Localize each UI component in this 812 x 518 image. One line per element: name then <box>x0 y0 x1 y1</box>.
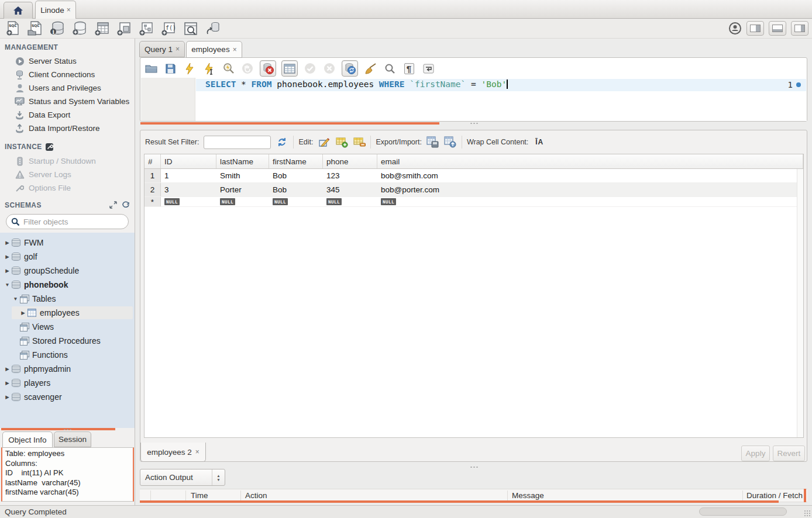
result-filter-input[interactable] <box>204 136 271 149</box>
open-script-icon[interactable] <box>144 61 158 75</box>
new-sql-tab-icon[interactable]: SQL <box>5 20 20 36</box>
create-table-icon[interactable] <box>94 20 109 36</box>
tree-item-players[interactable]: ▶players <box>0 376 135 390</box>
edit-record-icon[interactable] <box>318 136 331 149</box>
query-tab-employees[interactable]: employees × <box>186 41 242 58</box>
import-records-icon[interactable] <box>444 136 457 149</box>
output-selector[interactable]: Action Output ▲ ▼ <box>140 469 225 486</box>
sidebar-item-system-variables[interactable]: Status and System Variables <box>0 95 135 108</box>
close-icon[interactable]: × <box>233 46 237 54</box>
sidebar-splitter[interactable] <box>1 428 115 430</box>
toggle-limit-rows-button[interactable] <box>281 60 298 77</box>
splitter-grip[interactable] <box>63 429 72 431</box>
sidebar-item-client-connections[interactable]: Client Connections <box>0 68 135 81</box>
toggle-output-area-button[interactable] <box>769 21 786 36</box>
tree-item-phpmyadmin[interactable]: ▶phpmyadmin <box>0 362 135 376</box>
table-row[interactable]: 1 1 Smith Bob 123 bob@smith.com <box>144 169 803 183</box>
insert-row-icon[interactable] <box>335 136 348 149</box>
show-invisibles-icon[interactable]: ¶ <box>402 61 416 75</box>
null-badge[interactable]: NULL <box>381 198 396 205</box>
sidebar-item-data-import[interactable]: Data Import/Restore <box>0 122 135 135</box>
collapse-arrow-icon[interactable]: ▼ <box>4 282 11 288</box>
create-view-icon[interactable] <box>116 20 132 36</box>
apply-button[interactable]: Apply <box>741 446 770 461</box>
create-stored-procedure-icon[interactable] <box>138 20 154 36</box>
expand-arrow-icon[interactable]: ▶ <box>4 380 11 386</box>
execute-query-icon[interactable] <box>183 61 197 75</box>
create-schema-icon[interactable] <box>71 20 87 36</box>
save-script-icon[interactable] <box>163 61 177 75</box>
search-table-data-icon[interactable] <box>183 20 198 36</box>
connection-tab-linode[interactable]: Linode × <box>35 1 76 19</box>
vertical-scrollbar[interactable] <box>797 169 803 437</box>
tree-item-stored-procedures[interactable]: Stored Procedures <box>0 334 135 348</box>
col-rownum[interactable]: # <box>144 154 161 168</box>
resize-grip[interactable] <box>804 510 811 517</box>
home-tab[interactable] <box>4 2 33 19</box>
toggle-autocommit-button[interactable] <box>342 60 358 77</box>
wrap-cell-content-icon[interactable]: ĪA <box>533 136 546 149</box>
col-message[interactable]: Message <box>512 491 544 500</box>
splitter-grip[interactable] <box>470 122 479 125</box>
null-badge[interactable]: NULL <box>326 198 342 205</box>
create-function-icon[interactable]: f() <box>160 20 176 36</box>
sidebar-item-options-file[interactable]: Options File <box>0 181 135 195</box>
export-recordset-icon[interactable] <box>426 136 439 149</box>
null-badge[interactable]: NULL <box>273 198 288 205</box>
col-lastname[interactable]: lastName <box>216 154 269 168</box>
toggle-right-sidebar-button[interactable] <box>791 21 808 36</box>
tree-item-tables[interactable]: ▼Tables <box>0 292 135 306</box>
col-firstname[interactable]: firstName <box>269 154 323 168</box>
refresh-results-icon[interactable] <box>276 136 288 149</box>
tree-item-scavenger[interactable]: ▶scavenger <box>0 390 135 404</box>
revert-button[interactable]: Revert <box>773 446 805 461</box>
stepper-icon[interactable]: ▲ ▼ <box>212 469 225 485</box>
schema-inspector-icon[interactable]: i <box>49 20 65 36</box>
sidebar-item-server-status[interactable]: Server Status <box>0 54 135 68</box>
expand-arrow-icon[interactable]: ▶ <box>19 310 27 316</box>
toggle-left-sidebar-button[interactable] <box>746 21 764 36</box>
refresh-schemas-icon[interactable] <box>122 201 130 209</box>
sidebar-item-users-privileges[interactable]: Users and Privileges <box>0 81 135 95</box>
tree-item-phonebook[interactable]: ▼phonebook <box>0 278 135 292</box>
collapse-arrow-icon[interactable]: ▼ <box>12 296 19 302</box>
reconnect-dbms-icon[interactable] <box>205 20 221 36</box>
editor-result-splitter[interactable] <box>140 122 439 125</box>
find-icon[interactable] <box>383 61 397 75</box>
tree-item-employees[interactable]: ▶employees <box>0 306 135 320</box>
tab-session[interactable]: Session <box>54 431 91 447</box>
notifications-icon[interactable] <box>728 22 742 35</box>
execute-current-statement-icon[interactable] <box>202 61 216 75</box>
expand-panel-icon[interactable] <box>109 201 117 209</box>
sql-editor[interactable]: 1 SELECT * FROM phonebook.employees WHER… <box>141 78 807 121</box>
expand-arrow-icon[interactable]: ▶ <box>4 254 11 260</box>
tree-item-views[interactable]: Views <box>0 320 135 334</box>
delete-row-icon[interactable] <box>353 136 366 149</box>
col-email[interactable]: email <box>377 154 803 168</box>
explain-plan-icon[interactable] <box>221 61 235 75</box>
query-tab-1[interactable]: Query 1 × <box>139 41 185 57</box>
close-icon[interactable]: × <box>67 6 71 14</box>
beautify-sql-icon[interactable] <box>363 61 377 75</box>
commit-icon[interactable] <box>303 61 317 75</box>
sidebar-item-server-logs[interactable]: Server Logs <box>0 168 135 181</box>
tree-item-fwm[interactable]: ▶FWM <box>0 236 135 250</box>
tree-item-golf[interactable]: ▶golf <box>0 250 135 264</box>
expand-arrow-icon[interactable]: ▶ <box>4 394 11 400</box>
col-id[interactable]: ID <box>161 154 216 168</box>
col-action[interactable]: Action <box>245 491 267 500</box>
horizontal-scrollbar-thumb[interactable] <box>699 507 787 516</box>
sidebar-item-data-export[interactable]: Data Export <box>0 108 135 122</box>
col-time[interactable]: Time <box>191 491 208 500</box>
toggle-wrap-icon[interactable] <box>421 61 435 75</box>
expand-arrow-icon[interactable]: ▶ <box>4 268 11 274</box>
stop-query-icon[interactable] <box>240 61 254 75</box>
tab-object-info[interactable]: Object Info <box>2 431 53 448</box>
expand-arrow-icon[interactable]: ▶ <box>4 240 11 246</box>
col-phone[interactable]: phone <box>323 154 377 168</box>
close-icon[interactable]: × <box>195 448 199 456</box>
rollback-icon[interactable] <box>322 61 336 75</box>
close-icon[interactable]: × <box>176 45 180 53</box>
expand-arrow-icon[interactable]: ▶ <box>4 366 11 372</box>
table-row[interactable]: 2 3 Porter Bob 345 bob@porter.com <box>144 183 803 197</box>
